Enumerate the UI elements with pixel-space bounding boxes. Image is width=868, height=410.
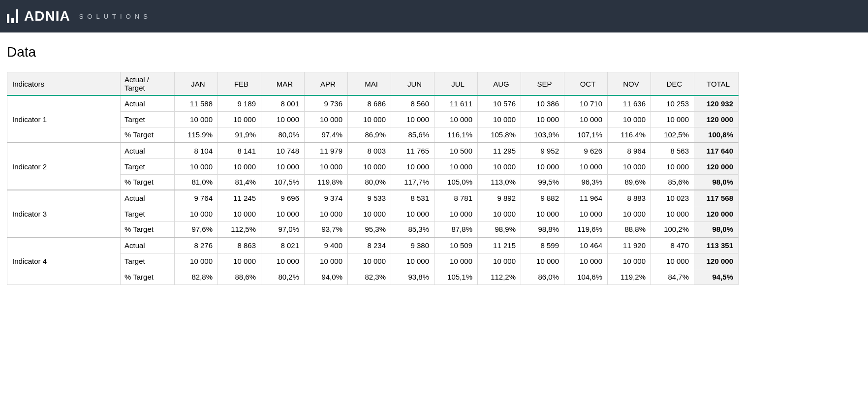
cell-value: 9 764 — [175, 190, 218, 206]
cell-value: 85,6% — [391, 127, 434, 143]
cell-value: 9 696 — [261, 190, 305, 206]
cell-value: 10 000 — [608, 111, 651, 127]
row-type-label: % Target — [121, 269, 175, 284]
app-header: ADNIA SOLUTIONS — [0, 0, 868, 32]
cell-value: 104,6% — [564, 269, 608, 284]
cell-value: 10 000 — [261, 206, 305, 221]
cell-value: 9 189 — [218, 95, 261, 111]
cell-value: 80,2% — [261, 269, 305, 284]
cell-value: 10 000 — [651, 253, 694, 269]
cell-value: 85,6% — [651, 174, 694, 190]
cell-value: 10 000 — [651, 111, 694, 127]
row-type-label: % Target — [121, 221, 175, 237]
cell-value: 10 464 — [564, 237, 608, 253]
cell-value: 10 000 — [478, 253, 521, 269]
cell-value: 11 636 — [608, 95, 651, 111]
cell-value: 8 021 — [261, 237, 305, 253]
cell-value: 89,6% — [608, 174, 651, 190]
cell-value: 105,1% — [434, 269, 478, 284]
cell-value: 11 295 — [478, 143, 521, 158]
cell-value: 11 245 — [218, 190, 261, 206]
cell-value: 10 000 — [651, 158, 694, 174]
cell-total: 117 568 — [694, 190, 739, 206]
cell-value: 10 000 — [305, 111, 348, 127]
cell-value: 9 952 — [521, 143, 564, 158]
page-title: Data — [7, 44, 861, 60]
cell-value: 8 470 — [651, 237, 694, 253]
cell-value: 88,6% — [218, 269, 261, 284]
cell-total: 120 000 — [694, 206, 739, 221]
cell-value: 10 000 — [218, 111, 261, 127]
table-header-row: Indicators Actual / Target JAN FEB MAR A… — [7, 72, 739, 96]
cell-value: 80,0% — [261, 127, 305, 143]
cell-value: 10 000 — [391, 253, 434, 269]
brand-main: ADNIA — [24, 8, 70, 24]
cell-value: 10 000 — [521, 111, 564, 127]
table-row: Indicator 1Actual11 5889 1898 0019 7368 … — [7, 95, 739, 111]
cell-value: 98,9% — [478, 221, 521, 237]
cell-value: 11 920 — [608, 237, 651, 253]
cell-value: 95,3% — [348, 221, 391, 237]
cell-value: 11 765 — [391, 143, 434, 158]
cell-value: 10 000 — [608, 253, 651, 269]
row-type-label: Target — [121, 253, 175, 269]
cell-total: 94,5% — [694, 269, 739, 284]
cell-value: 10 748 — [261, 143, 305, 158]
brand-sub: SOLUTIONS — [79, 13, 152, 20]
cell-value: 103,9% — [521, 127, 564, 143]
cell-value: 10 000 — [521, 206, 564, 221]
table-row: Indicator 3Actual9 76411 2459 6969 3749 … — [7, 190, 739, 206]
cell-value: 9 533 — [348, 190, 391, 206]
cell-value: 10 023 — [651, 190, 694, 206]
col-indicators: Indicators — [7, 72, 121, 96]
cell-value: 10 000 — [564, 158, 608, 174]
cell-value: 8 276 — [175, 237, 218, 253]
cell-value: 10 000 — [218, 253, 261, 269]
cell-value: 8 234 — [348, 237, 391, 253]
cell-value: 85,3% — [391, 221, 434, 237]
row-type-label: Actual — [121, 190, 175, 206]
cell-value: 93,8% — [391, 269, 434, 284]
cell-value: 105,8% — [478, 127, 521, 143]
cell-value: 9 736 — [305, 95, 348, 111]
cell-value: 10 710 — [564, 95, 608, 111]
col-month-jan: JAN — [175, 72, 218, 96]
cell-value: 10 509 — [434, 237, 478, 253]
page-content: Data Indicators Actual / Target JAN FEB … — [0, 32, 868, 285]
cell-value: 91,9% — [218, 127, 261, 143]
cell-value: 10 386 — [521, 95, 564, 111]
cell-value: 9 380 — [391, 237, 434, 253]
col-month-jun: JUN — [391, 72, 434, 96]
row-type-label: Actual — [121, 237, 175, 253]
cell-value: 10 000 — [564, 253, 608, 269]
table-row: Indicator 2Actual8 1048 14110 74811 9798… — [7, 143, 739, 158]
cell-value: 119,6% — [564, 221, 608, 237]
cell-value: 10 000 — [175, 158, 218, 174]
cell-value: 10 000 — [218, 158, 261, 174]
cell-value: 11 215 — [478, 237, 521, 253]
cell-value: 112,5% — [218, 221, 261, 237]
cell-value: 8 599 — [521, 237, 564, 253]
cell-value: 8 003 — [348, 143, 391, 158]
cell-total: 120 000 — [694, 253, 739, 269]
cell-value: 80,0% — [348, 174, 391, 190]
cell-value: 10 000 — [434, 206, 478, 221]
col-month-aug: AUG — [478, 72, 521, 96]
cell-value: 119,8% — [305, 174, 348, 190]
cell-value: 8 560 — [391, 95, 434, 111]
cell-value: 97,6% — [175, 221, 218, 237]
row-type-label: % Target — [121, 174, 175, 190]
cell-total: 98,0% — [694, 174, 739, 190]
cell-value: 10 000 — [218, 206, 261, 221]
cell-value: 9 892 — [478, 190, 521, 206]
cell-value: 10 000 — [608, 206, 651, 221]
cell-value: 10 500 — [434, 143, 478, 158]
col-month-nov: NOV — [608, 72, 651, 96]
cell-value: 10 000 — [348, 158, 391, 174]
cell-value: 98,8% — [521, 221, 564, 237]
cell-value: 11 611 — [434, 95, 478, 111]
cell-value: 10 000 — [521, 158, 564, 174]
cell-value: 94,0% — [305, 269, 348, 284]
cell-value: 10 000 — [261, 111, 305, 127]
cell-value: 10 000 — [348, 253, 391, 269]
